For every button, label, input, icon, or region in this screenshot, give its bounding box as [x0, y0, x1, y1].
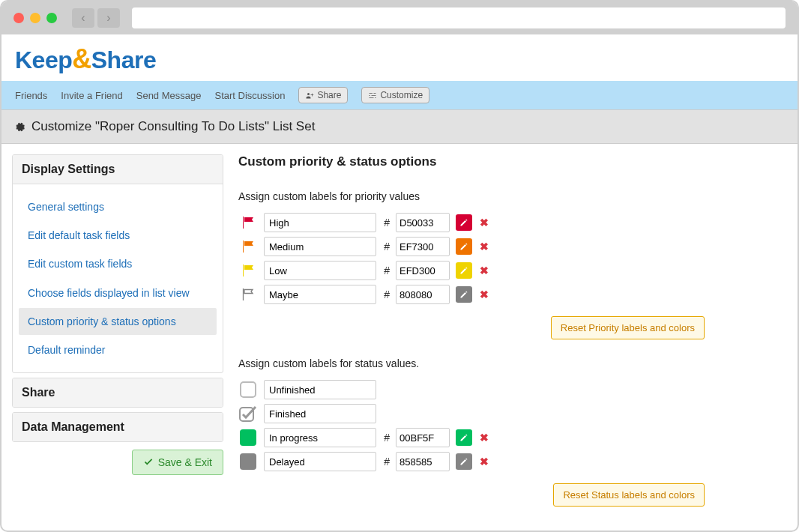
delete-button[interactable]: ✖	[478, 432, 490, 444]
sidebar-group-share: Share	[12, 378, 223, 408]
user-plus-icon	[305, 91, 314, 100]
svg-rect-0	[240, 408, 253, 421]
window-controls	[13, 13, 57, 23]
edit-color-button[interactable]	[456, 453, 472, 470]
save-exit-label: Save & Exit	[158, 456, 212, 468]
share-button[interactable]: Share	[298, 87, 348, 103]
reset-priority-button[interactable]: Reset Priority labels and colors	[551, 316, 705, 339]
status-row-delayed: # ✖	[238, 452, 705, 471]
forward-button[interactable]: ›	[97, 8, 120, 28]
priority-color-input[interactable]	[396, 285, 450, 304]
status-row-finished	[238, 404, 705, 423]
main-title: Custom priority & status options	[238, 154, 705, 169]
sidebar-item-general[interactable]: General settings	[19, 193, 217, 220]
edit-color-button[interactable]	[456, 286, 472, 303]
nav-friends[interactable]: Friends	[15, 90, 47, 101]
priority-heading: Assign custom labels for priority values	[238, 190, 705, 202]
hash-symbol: #	[382, 432, 390, 444]
delete-button[interactable]: ✖	[478, 241, 490, 253]
minimize-window-icon[interactable]	[30, 13, 40, 23]
status-color-input[interactable]	[396, 428, 450, 447]
priority-label-input[interactable]	[264, 237, 376, 256]
check-icon	[143, 457, 154, 468]
status-heading: Assign custom labels for status values.	[238, 357, 705, 369]
customize-button[interactable]: Customize	[361, 87, 429, 103]
save-exit-button[interactable]: Save & Exit	[132, 450, 223, 475]
status-color-input[interactable]	[396, 452, 450, 471]
hash-symbol: #	[382, 288, 390, 300]
page-title: Customize "Roper Consulting To Do Lists"…	[31, 119, 315, 134]
priority-row-maybe: # ✖	[238, 285, 705, 304]
checkbox-checked-icon	[239, 405, 257, 422]
pencil-icon	[459, 218, 468, 227]
status-label-input[interactable]	[264, 404, 376, 423]
priority-color-input[interactable]	[396, 237, 450, 256]
logo-ampersand: &	[72, 43, 91, 74]
flag-icon	[241, 240, 256, 253]
pencil-icon	[459, 290, 468, 299]
sidebar-item-custom-fields[interactable]: Edit custom task fields	[19, 250, 217, 277]
flag-icon	[241, 216, 256, 229]
delete-button[interactable]: ✖	[478, 456, 490, 468]
edit-color-button[interactable]	[456, 262, 472, 279]
nav-start-discussion[interactable]: Start Discussion	[214, 90, 285, 101]
flag-outline-icon	[241, 288, 256, 301]
priority-row-low: # ✖	[238, 261, 705, 280]
sidebar: Display Settings General settings Edit d…	[12, 154, 223, 513]
back-button[interactable]: ‹	[72, 8, 94, 28]
page-header-bar: Customize "Roper Consulting To Do Lists"…	[1, 109, 798, 144]
status-label-input[interactable]	[264, 428, 376, 447]
sidebar-header-share[interactable]: Share	[13, 378, 223, 407]
status-color-swatch	[240, 429, 256, 446]
url-bar[interactable]	[132, 7, 786, 28]
pencil-icon	[459, 266, 468, 275]
status-label-input[interactable]	[264, 452, 376, 471]
delete-button[interactable]: ✖	[478, 288, 490, 300]
edit-color-button[interactable]	[456, 429, 472, 446]
priority-row-medium: # ✖	[238, 237, 705, 256]
hash-symbol: #	[382, 456, 390, 468]
sidebar-header-data[interactable]: Data Management	[13, 413, 223, 441]
logo-part-share: Share	[91, 46, 156, 73]
priority-row-high: # ✖	[238, 213, 705, 232]
sidebar-item-default-fields[interactable]: Edit default task fields	[19, 222, 217, 249]
sidebar-item-list-view[interactable]: Choose fields displayed in list view	[19, 279, 217, 306]
delete-button[interactable]: ✖	[478, 265, 490, 276]
status-row-unfinished	[238, 380, 705, 399]
nav-invite[interactable]: Invite a Friend	[61, 90, 122, 101]
delete-button[interactable]: ✖	[478, 217, 490, 229]
pencil-icon	[459, 242, 468, 251]
reset-status-button[interactable]: Reset Status labels and colors	[553, 483, 705, 507]
priority-label-input[interactable]	[264, 285, 376, 304]
status-color-swatch	[240, 453, 256, 470]
flag-icon	[241, 264, 256, 277]
sidebar-item-priority-status[interactable]: Custom priority & status options	[19, 308, 217, 335]
sidebar-header-display[interactable]: Display Settings	[13, 155, 223, 184]
priority-color-input[interactable]	[396, 261, 450, 280]
priority-color-input[interactable]	[396, 213, 450, 232]
maximize-window-icon[interactable]	[46, 13, 57, 23]
status-label-input[interactable]	[264, 380, 376, 399]
sidebar-group-data: Data Management	[12, 412, 223, 442]
sidebar-group-display: Display Settings General settings Edit d…	[12, 154, 223, 373]
gears-icon	[12, 120, 25, 133]
share-label: Share	[317, 90, 341, 100]
status-row-inprogress: # ✖	[238, 428, 705, 447]
hash-symbol: #	[382, 265, 390, 276]
logo: Keep&Share	[1, 34, 798, 81]
nav-send-message[interactable]: Send Message	[136, 90, 202, 101]
customize-label: Customize	[380, 90, 423, 100]
hash-symbol: #	[382, 241, 390, 253]
browser-chrome: ‹ ›	[1, 1, 798, 34]
pencil-icon	[459, 433, 468, 442]
edit-color-button[interactable]	[456, 214, 472, 231]
pencil-icon	[459, 457, 468, 466]
hash-symbol: #	[382, 217, 390, 229]
edit-color-button[interactable]	[456, 238, 472, 255]
close-window-icon[interactable]	[13, 13, 24, 23]
sidebar-item-reminder[interactable]: Default reminder	[19, 336, 217, 363]
priority-label-input[interactable]	[264, 261, 376, 280]
logo-part-keep: Keep	[15, 46, 72, 73]
sliders-icon	[368, 91, 377, 100]
priority-label-input[interactable]	[264, 213, 376, 232]
